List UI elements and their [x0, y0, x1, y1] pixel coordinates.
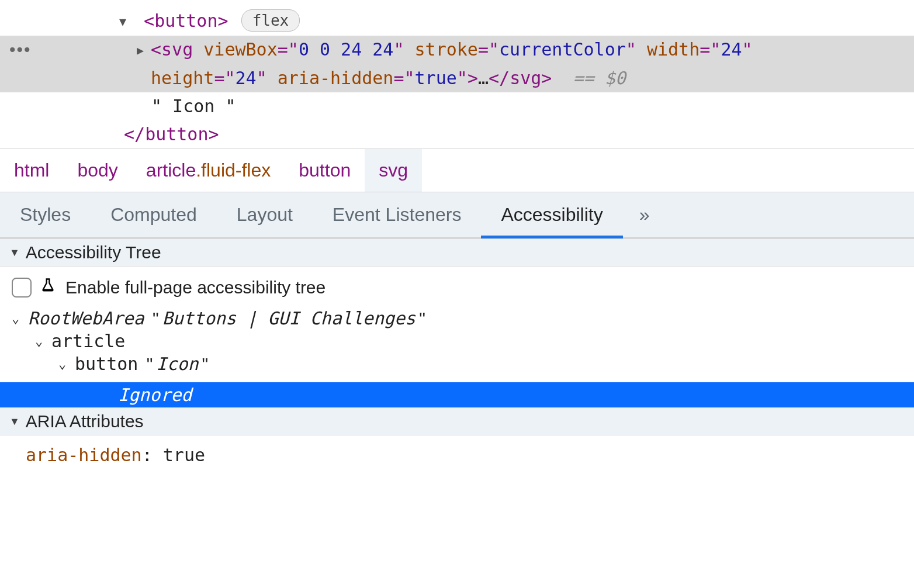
chevron-down-icon: ▼ — [9, 247, 20, 259]
breadcrumb-html[interactable]: html — [0, 149, 63, 192]
attr-height-value: 24 — [236, 68, 257, 88]
chevron-down-icon: ⌄ — [58, 357, 71, 371]
chevron-down-icon[interactable] — [119, 8, 133, 36]
section-title: Accessibility Tree — [26, 243, 161, 262]
attr-aria-hidden-name: aria-hidden — [278, 68, 394, 88]
button-close-tag: button — [145, 124, 208, 144]
dom-tree-panel: <button> flex ••• <svg viewBox="0 0 24 2… — [0, 0, 914, 148]
tab-computed[interactable]: Computed — [91, 192, 217, 237]
sidebar-tabs: Styles Computed Layout Event Listeners A… — [0, 192, 914, 238]
dom-node-button-close[interactable]: </button> — [0, 120, 914, 148]
svg-tag-name: svg — [161, 39, 193, 60]
a11y-role: article — [51, 331, 125, 351]
dom-node-button-open[interactable]: <button> flex — [0, 7, 914, 36]
breadcrumb: html body article.fluid-flex button svg — [0, 148, 914, 192]
chevron-right-icon[interactable] — [137, 36, 151, 64]
enable-full-page-label: Enable full-page accessibility tree — [65, 278, 326, 298]
chevron-down-icon: ⌄ — [12, 311, 25, 326]
a11y-name: Icon — [156, 354, 198, 374]
aria-attribute-row: aria-hidden: true — [0, 435, 914, 475]
a11y-node-ignored[interactable]: Ignored — [0, 382, 914, 407]
section-aria-attributes[interactable]: ▼ ARIA Attributes — [0, 407, 914, 435]
dom-node-svg[interactable]: ••• <svg viewBox="0 0 24 24" stroke="cur… — [0, 36, 914, 92]
dom-text-node[interactable]: " Icon " — [0, 92, 914, 120]
a11y-role: button — [75, 354, 138, 374]
breadcrumb-article[interactable]: article.fluid-flex — [132, 149, 285, 192]
chevron-down-icon: ▼ — [9, 416, 20, 428]
svg-close-tag: svg — [510, 68, 541, 88]
attr-stroke-value: currentColor — [499, 39, 626, 60]
breadcrumb-button[interactable]: button — [285, 149, 365, 192]
attr-stroke-name: stroke — [415, 39, 478, 60]
selected-marker: == $0 — [573, 68, 626, 88]
tab-accessibility[interactable]: Accessibility — [481, 192, 622, 238]
tab-event-listeners[interactable]: Event Listeners — [313, 192, 482, 237]
row-actions-icon[interactable]: ••• — [5, 36, 37, 64]
section-accessibility-tree[interactable]: ▼ Accessibility Tree — [0, 238, 914, 267]
text-node-value: " Icon " — [151, 96, 236, 116]
attr-viewbox-value: 0 0 24 24 — [299, 39, 394, 60]
attr-height-name: height — [151, 68, 214, 88]
display-badge: flex — [241, 9, 300, 32]
accessibility-tree-panel: Enable full-page accessibility tree ⌄ Ro… — [0, 267, 914, 382]
attr-width-name: width — [647, 39, 700, 60]
attr-width-value: 24 — [721, 39, 742, 60]
tabs-overflow-icon[interactable]: » — [623, 195, 666, 235]
experiment-icon — [40, 277, 57, 298]
attr-viewbox-name: viewBox — [203, 39, 277, 60]
chevron-down-icon: ⌄ — [35, 334, 48, 348]
breadcrumb-svg[interactable]: svg — [365, 149, 422, 192]
section-title: ARIA Attributes — [26, 411, 144, 431]
tab-styles[interactable]: Styles — [0, 192, 91, 237]
aria-attr-name: aria-hidden — [26, 445, 142, 465]
a11y-ignored-label: Ignored — [118, 385, 192, 405]
a11y-node-root[interactable]: ⌄ RootWebArea "Buttons | GUI Challenges" — [11, 307, 903, 330]
a11y-role: RootWebArea — [28, 308, 144, 328]
attr-aria-hidden-value: true — [415, 68, 457, 88]
enable-full-page-checkbox[interactable] — [12, 278, 32, 298]
aria-attr-value: true — [163, 445, 205, 465]
a11y-node-article[interactable]: ⌄ article — [11, 330, 903, 352]
collapsed-ellipsis[interactable]: … — [478, 68, 489, 88]
breadcrumb-body[interactable]: body — [63, 149, 131, 192]
tag-name: button — [154, 11, 217, 31]
tab-layout[interactable]: Layout — [217, 192, 313, 237]
a11y-node-button[interactable]: ⌄ button "Icon" — [11, 352, 903, 375]
a11y-name: Buttons | GUI Challenges — [162, 308, 416, 328]
